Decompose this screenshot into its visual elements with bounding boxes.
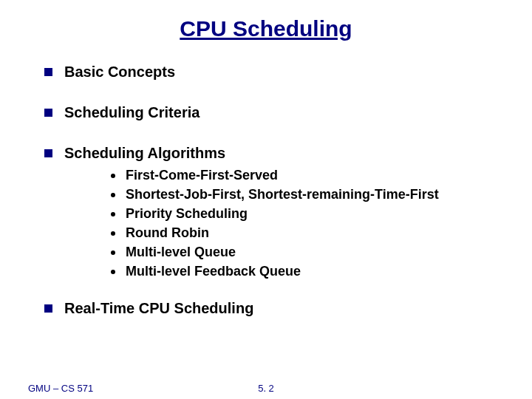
square-bullet-icon [44, 109, 52, 117]
square-bullet-icon [44, 68, 52, 76]
sub-list-item-label: Round Robin [126, 225, 209, 241]
list-item-label: Real-Time CPU Scheduling [64, 300, 253, 317]
sub-list-item-label: Shortest-Job-First, Shortest-remaining-T… [126, 187, 439, 202]
dot-bullet-icon [111, 250, 115, 255]
sub-list-item-label: Multi-level Feedback Queue [126, 264, 301, 279]
slide-title: CPU Scheduling [0, 0, 532, 50]
sub-list-item: Multi-level Feedback Queue [111, 264, 532, 279]
list-item: Real-Time CPU Scheduling [44, 300, 532, 317]
dot-bullet-icon [111, 193, 115, 197]
dot-bullet-icon [111, 174, 115, 178]
list-item: Basic Concepts [44, 64, 532, 81]
sub-list-item: Round Robin [111, 225, 532, 241]
footer-left: GMU – CS 571 [28, 383, 93, 394]
sub-list-item: Priority Scheduling [111, 206, 532, 222]
sub-list-item: Multi-level Queue [111, 245, 532, 260]
sub-list-item-label: Priority Scheduling [126, 206, 248, 222]
dot-bullet-icon [111, 231, 115, 236]
list-item-label: Basic Concepts [64, 64, 175, 81]
list-item: Scheduling Algorithms [44, 145, 532, 162]
footer-page-number: 5. 2 [258, 383, 274, 394]
list-item-label: Scheduling Algorithms [64, 145, 225, 162]
list-item: Scheduling Criteria [44, 104, 532, 121]
sub-list-item-label: First-Come-First-Served [126, 168, 278, 183]
sub-list-item-label: Multi-level Queue [126, 245, 236, 260]
sub-list-item: Shortest-Job-First, Shortest-remaining-T… [111, 187, 532, 202]
slide-content: Basic Concepts Scheduling Criteria Sched… [0, 50, 532, 317]
dot-bullet-icon [111, 212, 115, 216]
square-bullet-icon [44, 149, 52, 157]
list-item-label: Scheduling Criteria [64, 104, 200, 121]
dot-bullet-icon [111, 270, 115, 274]
sub-list-item: First-Come-First-Served [111, 168, 532, 183]
square-bullet-icon [44, 304, 52, 313]
sub-list: First-Come-First-Served Shortest-Job-Fir… [44, 168, 532, 279]
